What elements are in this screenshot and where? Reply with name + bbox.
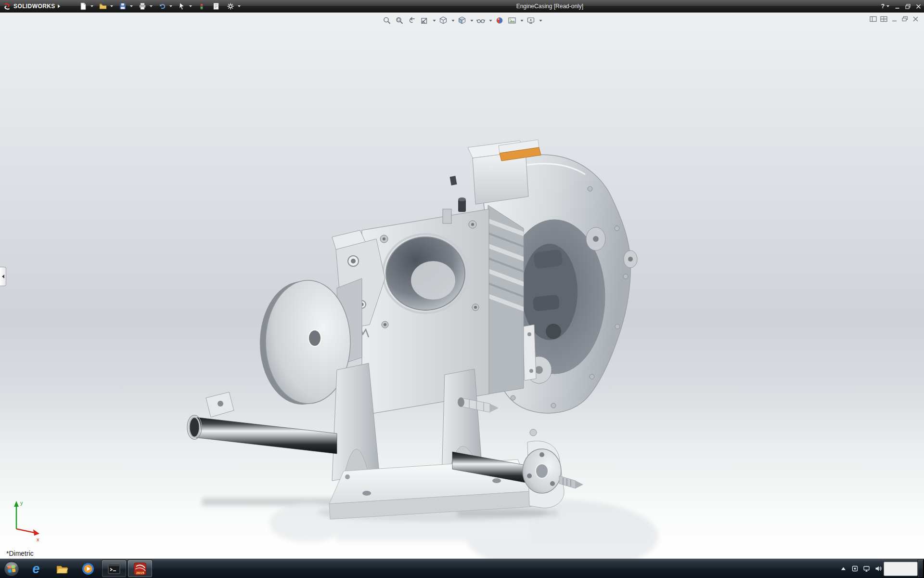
start-button[interactable] [0,559,23,578]
apply-scene-dropdown[interactable] [519,19,525,23]
display-style-button[interactable] [456,15,468,26]
taskbar-command-prompt[interactable] [102,560,127,578]
show-desktop-button[interactable] [918,559,924,578]
restore-icon [905,4,911,9]
dropdown-arrow-icon [452,20,455,22]
viewport-layout-icon [880,16,887,22]
view-orientation-dropdown[interactable] [450,19,456,23]
engine-casing-model[interactable] [0,13,924,559]
doc-minimize-icon [891,16,898,22]
close-button[interactable] [916,4,921,9]
split-view-icon [870,16,877,22]
dropdown-arrow-icon [471,20,474,22]
edit-appearance-ball-icon [495,16,504,25]
dropdown-arrow-icon [169,5,172,7]
hide-show-items-dropdown[interactable] [488,19,493,23]
dropdown-arrow-icon [189,5,192,7]
dropdown-arrow-icon [150,5,153,7]
apply-scene-button[interactable] [506,15,518,26]
view-settings-icon [526,16,536,25]
document-window-controls [870,16,919,22]
open-button[interactable] [97,1,109,12]
doc-restore-button[interactable] [901,16,909,22]
rebuild-icon [198,2,205,10]
restore-button[interactable] [905,4,911,9]
y-axis-arrowhead [14,501,19,507]
undo-dropdown[interactable] [168,4,173,8]
help-button[interactable]: ? [881,3,889,10]
solidworks-logo-icon [3,2,11,11]
select-button[interactable] [176,1,188,12]
minimize-icon [895,4,900,9]
undo-button[interactable] [156,1,168,12]
graphics-area[interactable]: y x *Dimetric [0,13,924,559]
taskbar-internet-explorer[interactable]: e [24,560,49,578]
view-orientation-button[interactable] [437,15,449,26]
print-dropdown[interactable] [148,4,154,8]
new-document-dropdown[interactable] [89,4,94,8]
dropdown-arrow-icon [539,20,542,22]
view-settings-dropdown[interactable] [538,19,543,23]
section-view-button[interactable] [419,15,431,26]
options-dropdown[interactable] [236,4,242,8]
y-axis-label: y [20,500,23,506]
viewport-layout-button[interactable] [880,16,887,22]
display-style-icon [458,16,467,25]
tray-network-button[interactable] [860,559,872,578]
taskbar-solidworks-2015[interactable]: 2015 [128,560,153,578]
taskbar-windows-explorer[interactable] [50,560,75,578]
tray-app-button[interactable] [849,559,860,578]
undo-icon [158,2,166,10]
select-dropdown[interactable] [188,4,193,8]
hide-show-items-button[interactable] [475,15,487,26]
orientation-triad: y x [8,499,46,543]
view-settings-button[interactable] [525,15,537,26]
zoom-to-area-icon [395,16,404,25]
solidworks-menu[interactable]: SOLIDWORKS [0,0,65,13]
taskbar-apps: e [23,559,153,578]
clock-date: 6/26/2015 [889,569,912,575]
split-view-button[interactable] [870,16,877,22]
doc-restore-icon [901,16,909,22]
section-view-dropdown[interactable] [431,19,437,23]
doc-minimize-button[interactable] [891,16,898,22]
headsup-view-toolbar [381,15,543,26]
taskbar-media-player[interactable] [76,560,101,578]
system-tray: 2:41 PM 6/26/2015 [837,559,924,578]
tray-app-icon [851,565,859,572]
clock-time: 2:41 PM [889,563,912,569]
x-axis [16,529,35,533]
options-button[interactable] [225,1,236,12]
taskbar-clock[interactable]: 2:41 PM 6/26/2015 [884,562,918,576]
document-title: EngineCasing [Read-only] [516,0,583,13]
titlebar: SOLIDWORKS [0,0,924,13]
tray-expand-button[interactable] [837,559,849,578]
doc-close-button[interactable] [912,16,919,22]
tray-volume-button[interactable] [872,559,884,578]
section-view-icon [420,16,429,25]
minimize-button[interactable] [895,4,900,9]
command-prompt-icon [107,562,121,576]
new-document-button[interactable] [77,1,89,12]
new-document-icon [79,2,87,10]
zoom-to-area-button[interactable] [394,15,406,26]
previous-view-icon [408,16,417,25]
previous-view-button[interactable] [406,15,418,26]
view-orientation-cube-icon [439,16,448,25]
taskbar: e [0,559,924,578]
file-properties-icon [212,2,220,10]
save-button[interactable] [117,1,128,12]
print-icon [139,2,146,10]
print-button[interactable] [137,1,148,12]
x-axis-arrowhead [33,529,39,536]
save-dropdown[interactable] [128,4,134,8]
hide-show-glasses-icon [476,16,486,25]
file-properties-button[interactable] [210,1,222,12]
open-dropdown[interactable] [109,4,114,8]
x-axis-label: x [37,537,39,542]
edit-appearance-button[interactable] [494,15,506,26]
display-style-dropdown[interactable] [469,19,475,23]
solidworks-brand-text: SOLIDWORKS [13,3,55,10]
zoom-to-fit-button[interactable] [381,15,393,26]
rebuild-button[interactable] [196,1,207,12]
